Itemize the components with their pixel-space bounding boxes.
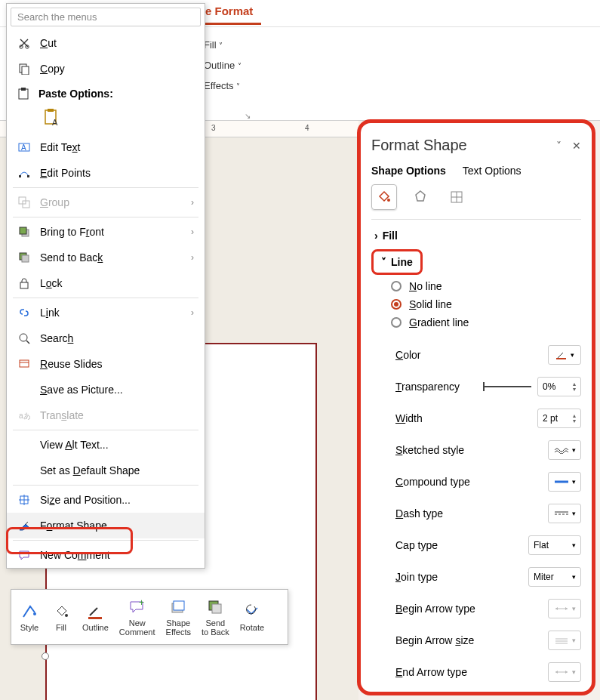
menu-lock[interactable]: Lock — [7, 270, 205, 296]
menu-edit-points[interactable]: Edit Points — [7, 160, 205, 186]
menu-edit-text[interactable]: A Edit Text — [7, 134, 205, 160]
menu-cut[interactable]: Cut — [7, 30, 205, 56]
dash-icon — [554, 510, 569, 517]
svg-text:aあ: aあ — [19, 412, 30, 420]
bring-front-icon — [17, 225, 31, 239]
label-join-type: Join type — [395, 571, 528, 583]
highlight-annotation-line: ˅ Line — [371, 249, 423, 275]
label-cap-type: Cap type — [395, 539, 528, 551]
mini-style-button[interactable]: Style — [14, 591, 45, 643]
radio-no-line[interactable]: No line — [371, 277, 581, 295]
rotate-icon — [244, 602, 260, 621]
svg-rect-11 — [19, 175, 21, 177]
radio-icon — [391, 299, 402, 310]
context-menu: Search the menus Cut Copy Paste Options:… — [6, 3, 205, 569]
radio-gradient-line[interactable]: Gradient line — [371, 313, 581, 331]
radio-solid-line[interactable]: Solid line — [371, 295, 581, 313]
fill-line-tab-icon[interactable] — [371, 184, 397, 210]
svg-point-29 — [65, 614, 68, 617]
svg-rect-40 — [556, 358, 566, 359]
svg-point-28 — [33, 612, 36, 615]
menu-size-position[interactable]: Size and Position... — [7, 487, 205, 513]
compound-type-button[interactable]: ▾ — [548, 472, 581, 492]
mini-new-comment-button[interactable]: + NewComment — [115, 591, 160, 643]
single-line-icon — [554, 479, 569, 485]
svg-rect-5 — [21, 88, 26, 91]
ruler-mark: 4 — [305, 124, 309, 132]
svg-rect-16 — [20, 227, 26, 234]
cut-icon — [17, 36, 31, 50]
svg-point-20 — [20, 334, 27, 341]
transparency-input[interactable]: 0%▴▾ — [537, 377, 581, 396]
svg-rect-3 — [22, 66, 29, 75]
width-input[interactable]: 2 pt▴▾ — [537, 409, 581, 428]
blank-icon — [17, 438, 31, 452]
effects-tab-icon[interactable] — [408, 184, 433, 210]
label-dash-type: Dash type — [395, 507, 548, 520]
fill-icon — [53, 602, 69, 621]
mini-send-to-back-button[interactable]: Sendto Back — [197, 591, 234, 643]
label-width: Width — [395, 412, 537, 424]
tab-underline — [205, 23, 261, 25]
menu-view-alt-text[interactable]: View Alt Text... — [7, 432, 205, 458]
menu-set-default-shape[interactable]: Set as Default Shape — [7, 458, 205, 483]
dialog-launcher-icon[interactable]: ↘ — [245, 112, 251, 120]
menu-send-to-back[interactable]: Send to Back › — [7, 245, 205, 270]
menu-bring-to-front[interactable]: Bring to Front › — [7, 219, 205, 245]
menu-reuse-slides[interactable]: Reuse Slides — [7, 351, 205, 377]
label-begin-arrow-type: Begin Arrow type — [395, 603, 548, 615]
ribbon-effects-button[interactable]: Effects ˅ — [204, 80, 242, 91]
svg-rect-35 — [212, 604, 221, 613]
menu-translate: aあ Translate — [7, 402, 205, 428]
reuse-slides-icon — [17, 357, 31, 371]
menu-save-as-picture[interactable]: Save as Picture... — [7, 377, 205, 402]
menu-copy[interactable]: Copy — [7, 56, 205, 82]
menu-format-shape[interactable]: Format Shape... — [7, 513, 205, 538]
size-properties-tab-icon[interactable] — [444, 184, 469, 210]
mini-rotate-button[interactable]: Rotate — [235, 591, 269, 643]
ribbon-outline-button[interactable]: Outline ˅ — [204, 60, 242, 71]
mini-outline-button[interactable]: Outline — [78, 591, 113, 643]
mini-shape-effects-button[interactable]: ShapeEffects — [162, 591, 195, 643]
svg-point-36 — [387, 199, 390, 202]
svg-rect-33 — [174, 601, 184, 610]
group-icon — [17, 196, 31, 209]
join-type-select[interactable]: Miter▾ — [528, 567, 581, 587]
tab-shape-options[interactable]: Shape Options — [371, 165, 446, 177]
chevron-right-icon: › — [191, 252, 194, 263]
translate-icon: aあ — [17, 409, 31, 422]
svg-line-21 — [26, 341, 29, 344]
label-compound-type: Compound type — [395, 476, 548, 488]
transparency-slider[interactable] — [483, 386, 531, 387]
style-icon — [21, 602, 38, 621]
send-back-icon — [17, 251, 31, 264]
paste-keep-formatting[interactable]: A — [40, 106, 64, 130]
menu-search[interactable]: Search — [7, 325, 205, 351]
mini-fill-button[interactable]: Fill — [46, 591, 76, 643]
label-sketched-style: Sketched style — [395, 444, 548, 456]
section-fill-header[interactable]: › Fill — [371, 224, 581, 247]
cap-type-select[interactable]: Flat▾ — [528, 535, 581, 555]
selection-handle[interactable] — [42, 652, 49, 660]
wavy-line-icon — [554, 446, 569, 454]
label-color: Color — [395, 349, 548, 361]
tab-text-options[interactable]: Text Options — [463, 165, 522, 177]
ribbon-fill-button[interactable]: Fill ˅ — [204, 39, 242, 51]
menu-new-comment[interactable]: New Comment — [7, 542, 205, 568]
svg-rect-22 — [20, 360, 29, 367]
section-line-header[interactable]: ˅ Line — [378, 254, 416, 270]
sketched-style-button[interactable]: ▾ — [548, 440, 581, 460]
mini-toolbar: Style Fill Outline + NewComment ShapeEff… — [11, 589, 288, 645]
search-menus-input[interactable]: Search the menus — [11, 8, 201, 26]
color-picker-button[interactable]: ▾ — [548, 345, 581, 365]
chevron-right-icon: › — [191, 227, 194, 237]
pane-close-icon[interactable]: ✕ — [572, 140, 581, 152]
dash-type-button[interactable]: ▾ — [548, 504, 581, 523]
send-back-icon — [207, 597, 223, 617]
ruler-mark: 3 — [211, 124, 216, 132]
menu-link[interactable]: Link › — [7, 300, 205, 325]
tab-shape-format[interactable]: e Format — [205, 5, 253, 17]
shape-effects-icon — [170, 597, 186, 617]
outline-icon — [87, 602, 103, 621]
pane-dropdown-icon[interactable]: ˅ — [556, 140, 562, 152]
